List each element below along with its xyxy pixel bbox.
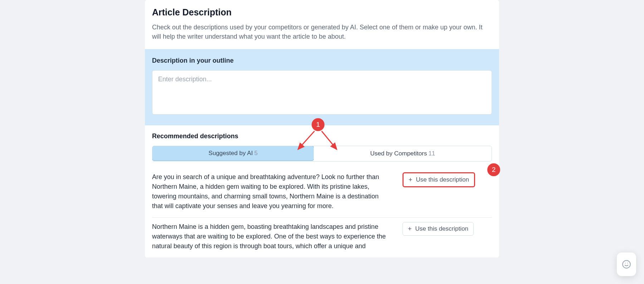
recommendation-tabs: Suggested by AI 5 Used by Competitors 11 [152,146,492,162]
plus-icon: + [409,177,413,183]
feedback-button[interactable] [617,252,636,276]
section-subtitle: Check out the descriptions used by your … [152,23,492,41]
section-title: Article Description [152,7,492,18]
recommended-title: Recommended descriptions [152,133,492,140]
description-text: Are you in search of a unique and breath… [152,172,388,211]
article-description-card: 1 2 Article Description Check out the de… [145,0,499,257]
description-list: Are you in search of a unique and breath… [152,168,492,257]
use-this-description-button[interactable]: + Use this description [402,172,475,187]
use-button-label: Use this description [416,176,469,183]
tab-suggested-by-ai[interactable]: Suggested by AI 5 [152,146,314,161]
svg-point-2 [623,260,630,268]
use-this-description-button[interactable]: + Use this description [402,222,474,236]
description-input[interactable] [152,70,492,115]
tab-used-by-competitors[interactable]: Used by Competitors 11 [314,146,492,161]
description-item: Are you in search of a unique and breath… [152,168,492,218]
plus-icon: + [408,226,412,232]
description-text: Northern Maine is a hidden gem, boasting… [152,222,388,251]
annotation-badge-2: 2 [487,163,500,176]
outline-description-band: Description in your outline [145,49,499,125]
outline-label: Description in your outline [152,57,492,64]
smile-icon [622,260,631,269]
tab-count: 11 [428,150,435,157]
annotation-badge-1: 1 [312,118,325,131]
tab-count: 5 [254,150,258,157]
use-button-label: Use this description [415,225,468,232]
description-item: Northern Maine is a hidden gem, boasting… [152,218,492,257]
tab-label: Used by Competitors [370,150,427,157]
tab-label: Suggested by AI [209,150,253,157]
